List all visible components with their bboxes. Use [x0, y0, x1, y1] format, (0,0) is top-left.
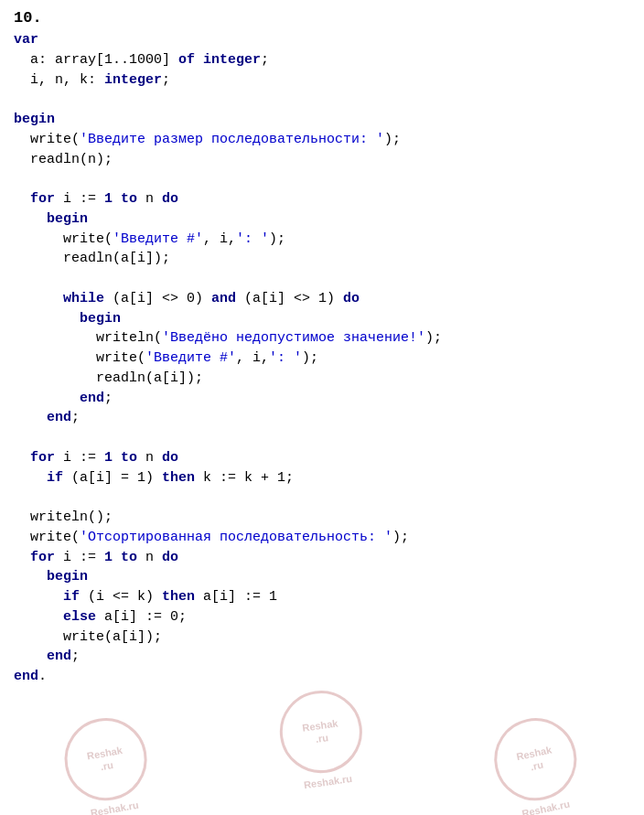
code-block: var a: array[1..1000] of integer; i, n, …: [14, 30, 630, 687]
problem-number: 10.: [14, 9, 630, 27]
watermark-3: Reshak.ru Reshak.ru: [487, 711, 587, 815]
watermark-1: Reshak.ru Reshak.ru: [59, 712, 156, 815]
watermark-2: Reshak.ru Reshak.ru: [274, 685, 370, 792]
